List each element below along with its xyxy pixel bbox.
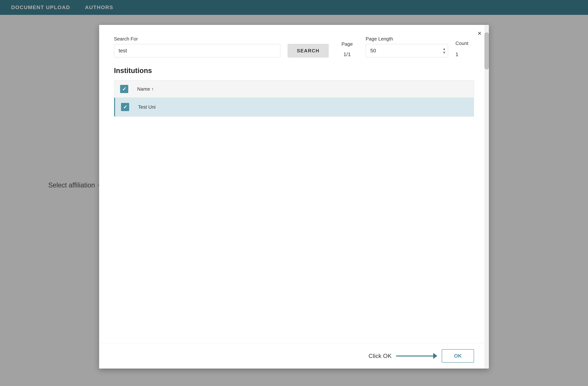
count-label: Count bbox=[456, 41, 474, 46]
spinner-up[interactable]: ▲ bbox=[442, 47, 446, 50]
arrow-line bbox=[396, 356, 433, 357]
page-length-wrap: ▲ ▼ bbox=[366, 44, 448, 57]
close-button[interactable]: × bbox=[478, 30, 482, 37]
name-column-header[interactable]: Name ↑ bbox=[137, 86, 154, 92]
search-for-label: Search For bbox=[114, 36, 280, 42]
modal-overlay: Select affiliation × Search For SEARCH bbox=[0, 0, 588, 386]
modal-body: Search For SEARCH Page 1/1 Page Length bbox=[99, 25, 489, 343]
scrollbar-thumb[interactable] bbox=[484, 32, 489, 69]
modal-footer: Click OK OK bbox=[99, 343, 489, 368]
page-length-label: Page Length bbox=[366, 36, 448, 42]
click-ok-text: Click OK bbox=[369, 353, 392, 360]
click-ok-annotation: Click OK OK bbox=[369, 349, 474, 363]
table-header: Name ↑ bbox=[114, 80, 474, 98]
click-ok-arrow bbox=[396, 353, 437, 359]
spinner-arrows[interactable]: ▲ ▼ bbox=[442, 47, 446, 54]
modal-dialog: × Search For SEARCH Page 1/1 Pa bbox=[99, 25, 489, 368]
page-value: 1/1 bbox=[344, 48, 351, 57]
institutions-table: Name ↑ Test Uni bbox=[114, 80, 474, 117]
page-length-group: Page Length ▲ ▼ bbox=[366, 36, 448, 57]
page-length-input[interactable] bbox=[366, 44, 448, 57]
count-group: Count 1 bbox=[456, 41, 474, 57]
arrow-head bbox=[433, 353, 437, 359]
annotation-text: Select affiliation bbox=[48, 181, 95, 190]
search-for-group: Search For bbox=[114, 36, 280, 57]
header-checkbox[interactable] bbox=[120, 85, 128, 93]
row-checkbox[interactable] bbox=[121, 103, 129, 111]
ok-button[interactable]: OK bbox=[442, 349, 474, 363]
search-input[interactable] bbox=[114, 44, 280, 57]
count-value: 1 bbox=[456, 48, 474, 57]
section-title: Institutions bbox=[114, 67, 474, 75]
row-name: Test Uni bbox=[138, 104, 156, 110]
search-button[interactable]: SEARCH bbox=[288, 44, 329, 57]
page-label: Page bbox=[341, 41, 353, 47]
table-row[interactable]: Test Uni bbox=[114, 98, 474, 116]
scrollbar[interactable] bbox=[484, 25, 489, 368]
spinner-down[interactable]: ▼ bbox=[442, 51, 446, 54]
search-row: Search For SEARCH Page 1/1 Page Length bbox=[114, 36, 474, 57]
page-info: Page 1/1 bbox=[336, 41, 358, 57]
